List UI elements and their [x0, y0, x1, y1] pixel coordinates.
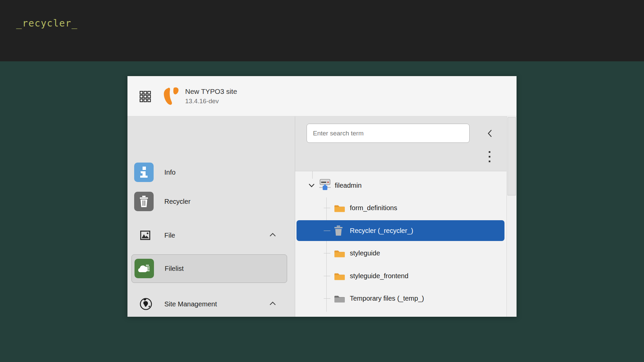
tree-node-label: form_definitions — [350, 197, 397, 218]
folder-icon — [334, 249, 345, 258]
sidebar-group-site-management[interactable]: Site Management — [127, 294, 295, 314]
tree-node-label: styleguide_frontend — [350, 265, 409, 286]
filetree-panel: fileadmin form_definitions — [295, 116, 517, 317]
chevron-up-icon[interactable] — [270, 302, 276, 305]
filelist-icon — [135, 259, 154, 278]
filetree: fileadmin form_definitions — [295, 171, 506, 317]
typo3-logo-icon — [163, 87, 180, 106]
desktop: _recycler_ New TYPO3 site 13.4.16-dev — [0, 0, 644, 362]
trash-icon — [134, 192, 154, 211]
tree-node-label: fileadmin — [335, 175, 362, 196]
collapse-tree-button[interactable] — [485, 128, 494, 138]
tree-node-label: Temporary files (_temp_) — [350, 288, 424, 309]
folder-icon — [334, 203, 345, 213]
scrollbar-track — [506, 116, 517, 317]
storage-icon — [319, 179, 331, 192]
terminal-text: _recycler_ — [16, 18, 78, 29]
window-header: New TYPO3 site 13.4.16-dev — [127, 76, 517, 116]
globe-icon — [140, 298, 152, 310]
search-input[interactable] — [307, 124, 470, 143]
tree-line — [324, 298, 330, 299]
info-icon — [134, 163, 154, 182]
site-title: New TYPO3 site — [185, 87, 237, 96]
sidebar-item-label: Info — [164, 163, 175, 182]
sidebar-group-label: Site Management — [164, 294, 217, 314]
folder-icon — [334, 272, 345, 281]
sidebar-group-label: File — [164, 226, 175, 245]
folder-gray-icon — [334, 294, 345, 303]
sidebar-group-file[interactable]: File — [127, 226, 295, 245]
tree-line — [324, 231, 330, 231]
tree-node-label: Recycler (_recycler_) — [350, 220, 413, 241]
terminal-bar: _recycler_ — [0, 0, 644, 61]
sidebar-item-info[interactable]: Info — [127, 163, 295, 182]
kebab-menu-icon[interactable] — [485, 150, 494, 165]
tree-node-label: styleguide — [350, 243, 380, 263]
site-version: 13.4.16-dev — [185, 97, 219, 105]
sidebar-item-label: Recycler — [164, 192, 191, 211]
trash-small-icon — [334, 226, 343, 236]
tree-line — [324, 276, 330, 276]
scrollbar-thumb[interactable] — [507, 117, 516, 195]
typo3-window: New TYPO3 site 13.4.16-dev Info — [127, 76, 517, 317]
sidebar-item-label: Filelist — [165, 255, 184, 283]
sidebar-item-filelist[interactable]: Filelist — [131, 254, 287, 283]
tree-node-fileadmin[interactable]: fileadmin — [295, 175, 506, 196]
grid-menu-icon[interactable] — [140, 91, 151, 102]
chevron-down-icon[interactable] — [309, 183, 315, 187]
sidebar-item-recycler[interactable]: Recycler — [127, 192, 295, 211]
tree-line — [324, 208, 330, 208]
tree-line — [324, 253, 330, 253]
chevron-up-icon[interactable] — [270, 233, 276, 237]
image-icon — [140, 231, 150, 240]
chevron-left-icon — [488, 130, 492, 137]
module-sidebar: Info Recycler — [127, 116, 295, 317]
filetree-toolbar — [295, 116, 517, 171]
